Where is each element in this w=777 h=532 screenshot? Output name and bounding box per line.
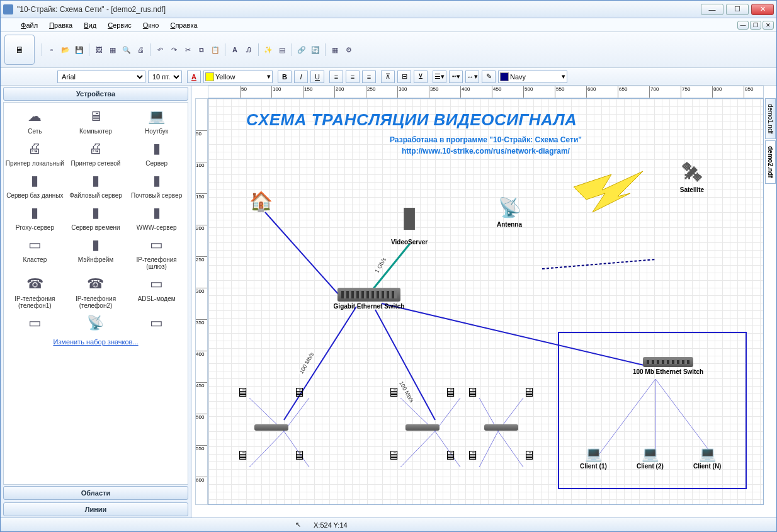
mdi-close-button[interactable]: ✕: [763, 21, 774, 30]
device-item-20[interactable]: ▭: [127, 312, 186, 336]
device-мэйнфрейм[interactable]: ▮Мэйнфрейм: [66, 234, 126, 271]
text-tool-button[interactable]: A: [229, 43, 241, 56]
export-image-button[interactable]: 🖼: [93, 43, 105, 56]
export-visio-button[interactable]: ▦: [106, 43, 119, 56]
check-button[interactable]: 🔄: [309, 43, 322, 56]
palette-devices-header[interactable]: Устройства: [3, 87, 188, 101]
ruler-tick: 700: [649, 86, 659, 98]
pc-icon: [234, 385, 252, 402]
line-color-button[interactable]: ✎: [482, 71, 496, 83]
client1-label: Client (1): [580, 463, 607, 470]
line-weight-button[interactable]: ☰▾: [433, 71, 446, 83]
device-item-19[interactable]: 📡: [66, 312, 126, 336]
device-компьютер[interactable]: 🖥Компьютер: [66, 105, 126, 136]
align-right-button[interactable]: ≡: [362, 71, 376, 83]
close-button[interactable]: ✕: [751, 4, 774, 15]
new-file-icon: ▫: [50, 46, 53, 54]
open-button[interactable]: 📂: [59, 43, 72, 56]
options-button[interactable]: ⚙: [343, 43, 355, 56]
mb-switch-node[interactable]: 100 Mb Ethernet Switch: [618, 357, 718, 375]
menu-view[interactable]: Вид: [79, 20, 101, 30]
workgroup-1[interactable]: [234, 385, 309, 431]
device-www-сервер[interactable]: ▮WWW-сервер: [127, 201, 186, 232]
house-node[interactable]: 🏠: [243, 187, 278, 215]
italic-button[interactable]: I: [294, 71, 308, 83]
grid-settings-button[interactable]: ▦: [329, 43, 341, 56]
cut-button[interactable]: ✂: [181, 43, 194, 56]
font-color-button[interactable]: A: [187, 71, 201, 83]
menu-help[interactable]: Справка: [165, 20, 202, 30]
scan-network-button[interactable]: ✨: [262, 43, 275, 56]
mdi-restore-button[interactable]: ❐: [750, 21, 761, 30]
palette-lines-header[interactable]: Линии: [3, 502, 188, 516]
copy-button[interactable]: ⧉: [195, 43, 208, 56]
workgroup-3[interactable]: [463, 385, 539, 431]
diagram-canvas[interactable]: СХЕМА ТРАНСЛЯЦИИ ВИДЕОСИГНАЛА Разработан…: [208, 98, 764, 505]
bold-button[interactable]: B: [278, 71, 292, 83]
legend-button[interactable]: ▤: [276, 43, 288, 56]
device-сервер-баз-данных[interactable]: ▮Сервер баз данных: [5, 169, 65, 200]
videoserver-node[interactable]: ▮ VideoServer: [391, 193, 428, 246]
menu-window[interactable]: Окно: [138, 20, 164, 30]
satellite-node[interactable]: 🛰 Satellite: [674, 159, 710, 193]
menu-service[interactable]: Сервис: [103, 20, 137, 30]
device-кластер[interactable]: ▭Кластер: [5, 234, 65, 271]
device-сервер-времени[interactable]: ▮Сервер времени: [66, 201, 126, 232]
valign-bottom-button[interactable]: ⊻: [414, 71, 428, 83]
menu-edit[interactable]: Правка: [44, 20, 77, 30]
minimize-button[interactable]: —: [701, 4, 723, 15]
mdi-minimize-button[interactable]: —: [737, 21, 749, 30]
device-proxy-сервер[interactable]: ▮Proxy-сервер: [5, 201, 65, 232]
device-ip-телефония-телефон2-[interactable]: ☎IP-телефония (телефон2): [66, 273, 126, 310]
client2-node[interactable]: 💻Client (2): [637, 445, 664, 470]
palette-areas-header[interactable]: Области: [3, 486, 188, 500]
device-label: Принтер сетевой: [66, 160, 126, 167]
device-сервер[interactable]: ▮Сервер: [127, 137, 186, 168]
device-файловый-сервер[interactable]: ▮Файловый сервер: [66, 169, 126, 200]
clientn-node[interactable]: 💻Client (N): [693, 445, 721, 470]
font-family-combo[interactable]: Arial: [57, 71, 145, 83]
pc-icon: [463, 385, 482, 402]
redo-button[interactable]: ↷: [167, 43, 180, 56]
underline-button[interactable]: U: [310, 71, 324, 83]
device-сеть[interactable]: ☁Сеть: [5, 105, 65, 136]
maximize-button[interactable]: ☐: [726, 4, 749, 15]
antenna-node[interactable]: 📡 Antenna: [492, 193, 527, 228]
paste-button[interactable]: 📋: [209, 43, 222, 56]
new-button[interactable]: ▫: [45, 43, 58, 56]
menu-file[interactable]: ФФайлайл: [16, 20, 43, 30]
change-iconset-link[interactable]: Изменить набор значков...: [5, 336, 186, 348]
device-принтер-локальный[interactable]: 🖨Принтер локальный: [5, 137, 65, 168]
valign-middle-button[interactable]: ⊟: [397, 71, 411, 83]
device-ноутбук[interactable]: 💻Ноутбук: [127, 105, 186, 136]
device-почтовый-сервер[interactable]: ▮Почтовый сервер: [127, 169, 186, 200]
line-arrow-button[interactable]: ↔▾: [465, 71, 479, 83]
valign-top-button[interactable]: ⊼: [381, 71, 395, 83]
client1-node[interactable]: 💻Client (1): [580, 445, 607, 470]
print-preview-button[interactable]: 🔍: [120, 43, 133, 56]
gbe-switch-node[interactable]: Gigabit Ethernet Switch: [319, 288, 419, 310]
line-style-button[interactable]: ┉▾: [449, 71, 463, 83]
align-center-button[interactable]: ≡: [346, 71, 360, 83]
device-ip-телефония-шлюз-[interactable]: ▭IP-телефония (шлюз): [127, 234, 186, 271]
laptop-icon: 💻: [695, 445, 720, 463]
device-ip-телефония-телефон1-[interactable]: ☎IP-телефония (телефон1): [5, 273, 65, 310]
line-color-combo[interactable]: Navy ▾: [498, 71, 567, 83]
workgroup-2[interactable]: [385, 385, 460, 431]
tab-demo1[interactable]: demo1.ndf: [765, 98, 776, 139]
font-size-combo[interactable]: 10 пт.: [148, 71, 182, 83]
tab-demo2[interactable]: demo2.ndf: [765, 140, 776, 184]
line-color-label: Navy: [510, 73, 526, 81]
save-button[interactable]: 💾: [73, 43, 86, 56]
map-button[interactable]: 🔗: [295, 43, 308, 56]
printer-icon: 🖨: [137, 46, 144, 54]
fill-color-combo[interactable]: Yellow ▾: [203, 71, 273, 83]
add-device-button[interactable]: 🖥: [4, 35, 35, 65]
undo-button[interactable]: ↶: [154, 43, 166, 56]
label-tool-button[interactable]: Ꭿ: [242, 43, 255, 56]
align-left-button[interactable]: ≡: [329, 71, 343, 83]
print-button[interactable]: 🖨: [134, 43, 147, 56]
device-принтер-сетевой[interactable]: 🖨Принтер сетевой: [66, 137, 126, 168]
device-adsl-модем[interactable]: ▭ADSL-модем: [127, 273, 186, 310]
device-item-18[interactable]: ▭: [5, 312, 65, 336]
